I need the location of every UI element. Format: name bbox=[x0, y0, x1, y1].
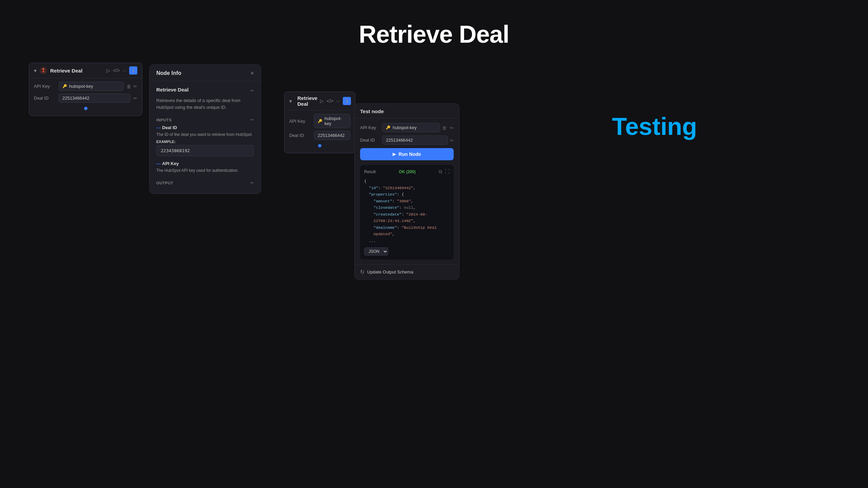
more-icon[interactable]: ··· bbox=[122, 68, 126, 73]
api-key-actions: 🗑 ✏ bbox=[126, 84, 137, 89]
test-panel-header: Test node bbox=[355, 104, 459, 118]
testing-key-icon: 🔑 bbox=[318, 119, 322, 123]
test-panel-title: Test node bbox=[360, 108, 384, 114]
deal-id-input-item: — Deal ID The ID of the deal you want to… bbox=[156, 125, 254, 156]
testing-deal-id-label: Deal ID bbox=[289, 133, 311, 138]
edit-icon[interactable]: ✏ bbox=[133, 84, 137, 89]
panel-node-name: Retrieve Deal bbox=[156, 87, 189, 93]
deal-id-actions: ✏ bbox=[133, 96, 137, 101]
copy-icon[interactable]: ⧉ bbox=[439, 169, 442, 175]
close-button[interactable]: × bbox=[250, 70, 254, 76]
update-schema-row[interactable]: ↻ Update Output Schema bbox=[355, 264, 459, 279]
deal-id-value: 22513466442 bbox=[59, 94, 131, 103]
slider-dot bbox=[84, 107, 87, 110]
testing-node-card: ▾ Retrieve Deal ▷ </> ··· ℹ API Key 🔑 hu… bbox=[284, 92, 355, 153]
deal-id-input-label: Deal ID bbox=[162, 125, 177, 130]
json-format-row: JSON Raw bbox=[364, 247, 450, 256]
play-icon[interactable]: ▷ bbox=[106, 68, 110, 73]
collapse-icon[interactable]: ▾ bbox=[34, 67, 37, 74]
test-panel-body: API Key 🔑 hubspot-key 🗑 ✏ Deal ID 225134… bbox=[355, 118, 459, 264]
testing-node-title: Retrieve Deal bbox=[297, 95, 317, 107]
node-card-header: ▾ Retrieve Deal ▷ </> ··· ℹ bbox=[29, 63, 142, 78]
output-header: OUTPUT ✏ bbox=[156, 180, 254, 185]
inputs-label: INPUTS bbox=[156, 118, 172, 122]
desc-edit-icon[interactable]: ✏ bbox=[250, 88, 254, 93]
test-deal-id-value: 22513466442 bbox=[382, 136, 448, 145]
run-node-button[interactable]: ▶ Run Node bbox=[360, 148, 454, 160]
json-format-select[interactable]: JSON Raw bbox=[364, 247, 388, 256]
node-title: Retrieve Deal bbox=[50, 68, 104, 74]
code-icon[interactable]: </> bbox=[113, 68, 120, 73]
node-card-body: API Key 🔑 hubspot-key 🗑 ✏ Deal ID 225134… bbox=[29, 78, 142, 116]
run-play-icon: ▶ bbox=[393, 152, 396, 157]
test-deal-id-text: 22513466442 bbox=[386, 138, 413, 143]
deal-id-text: 22513466442 bbox=[62, 96, 90, 101]
testing-code-icon[interactable]: </> bbox=[327, 98, 333, 104]
api-key-input-desc: The HubSpot API key used for authenticat… bbox=[156, 167, 254, 174]
hubspot-logo-icon bbox=[39, 66, 47, 75]
inputs-edit-icon[interactable]: ✏ bbox=[250, 117, 254, 122]
deal-id-label: Deal ID bbox=[34, 96, 56, 101]
left-node-card: ▾ Retrieve Deal ▷ </> ··· ℹ API Key 🔑 hu… bbox=[29, 63, 142, 116]
testing-node-card-body: API Key 🔑 hubspot-key Deal ID 2251346644… bbox=[284, 110, 355, 153]
deal-id-row: Deal ID 22513466442 ✏ bbox=[34, 94, 137, 103]
edit-deal-id-icon[interactable]: ✏ bbox=[133, 96, 137, 101]
node-info-panel: Node Info × Retrieve Deal ✏ Retrieves th… bbox=[149, 64, 261, 194]
api-key-input-item: — API Key The HubSpot API key used for a… bbox=[156, 161, 254, 174]
test-api-key-text: hubspot-key bbox=[393, 125, 417, 130]
node-desc-section: Retrieve Deal ✏ Retrieves the details of… bbox=[156, 87, 254, 110]
test-edit-deal-icon[interactable]: ✏ bbox=[450, 138, 454, 143]
test-delete-icon[interactable]: 🗑 bbox=[442, 125, 447, 130]
node-desc-header: Retrieve Deal ✏ bbox=[156, 87, 254, 95]
example-label-deal: EXAMPLE: bbox=[156, 140, 254, 144]
deal-id-input-name: — Deal ID bbox=[156, 125, 254, 130]
delete-icon[interactable]: 🗑 bbox=[126, 84, 131, 89]
testing-slider-dot bbox=[318, 144, 321, 147]
testing-collapse-icon[interactable]: ▾ bbox=[289, 98, 292, 104]
test-deal-id-row: Deal ID 22513466442 ✏ bbox=[360, 136, 454, 145]
test-deal-id-label: Deal ID bbox=[360, 138, 382, 143]
testing-node-card-header: ▾ Retrieve Deal ▷ </> ··· ℹ bbox=[284, 92, 355, 110]
example-value-deal: 22343868192 bbox=[156, 145, 254, 156]
testing-play-icon[interactable]: ▷ bbox=[320, 98, 324, 104]
output-label: OUTPUT bbox=[156, 181, 174, 185]
testing-api-key-text: hubspot-key bbox=[324, 116, 347, 126]
result-json: { "id": "22513466442", "properties": { "… bbox=[364, 178, 450, 244]
api-key-value: 🔑 hubspot-key bbox=[59, 82, 124, 91]
testing-api-key-label: API Key bbox=[289, 119, 311, 124]
test-api-key-value: 🔑 hubspot-key bbox=[382, 123, 440, 132]
panel-node-desc: Retrieves the details of a specific deal… bbox=[156, 97, 254, 110]
testing-deal-id-text: 22513466442 bbox=[318, 133, 345, 138]
output-edit-icon[interactable]: ✏ bbox=[250, 180, 254, 185]
slider-row bbox=[34, 105, 137, 112]
test-api-key-label: API Key bbox=[360, 125, 382, 130]
node-header-icons: ▷ </> ··· ℹ bbox=[106, 66, 137, 75]
test-panel: Test node API Key 🔑 hubspot-key 🗑 ✏ Deal… bbox=[354, 103, 459, 280]
result-status: OK (200) bbox=[399, 169, 415, 174]
info-icon: ℹ bbox=[133, 68, 134, 73]
expand-icon[interactable]: ⛶ bbox=[445, 169, 450, 175]
test-edit-icon[interactable]: ✏ bbox=[450, 125, 454, 130]
update-schema-label: Update Output Schema bbox=[367, 269, 413, 274]
output-section: OUTPUT ✏ bbox=[156, 180, 254, 185]
testing-api-key-value: 🔑 hubspot-key bbox=[314, 114, 350, 128]
key-icon: 🔑 bbox=[62, 84, 67, 88]
inputs-header: INPUTS ✏ bbox=[156, 117, 254, 122]
api-key-label: API Key bbox=[34, 84, 56, 89]
run-node-label: Run Node bbox=[398, 151, 421, 157]
panel-header: Node Info × bbox=[150, 65, 261, 81]
highlight-button[interactable]: ℹ bbox=[129, 66, 137, 75]
testing-more-icon[interactable]: ··· bbox=[336, 98, 340, 104]
testing-node-header-icons: ▷ </> ··· ℹ bbox=[320, 97, 351, 105]
api-key-input-name: — API Key bbox=[156, 161, 254, 166]
panel-title: Node Info bbox=[156, 70, 181, 76]
result-section: Result OK (200) ⧉ ⛶ { "id": "22513466442… bbox=[360, 165, 454, 260]
testing-highlight-button[interactable]: ℹ bbox=[343, 97, 351, 105]
testing-deal-id-row: Deal ID 22513466442 bbox=[289, 131, 350, 140]
api-key-text: hubspot-key bbox=[69, 84, 93, 89]
result-label: Result bbox=[364, 169, 376, 174]
inputs-section: INPUTS ✏ — Deal ID The ID of the deal yo… bbox=[156, 117, 254, 174]
test-api-key-actions: 🗑 ✏ bbox=[440, 125, 454, 131]
result-header: Result OK (200) ⧉ ⛶ bbox=[364, 169, 450, 175]
testing-slider-row bbox=[289, 143, 350, 149]
